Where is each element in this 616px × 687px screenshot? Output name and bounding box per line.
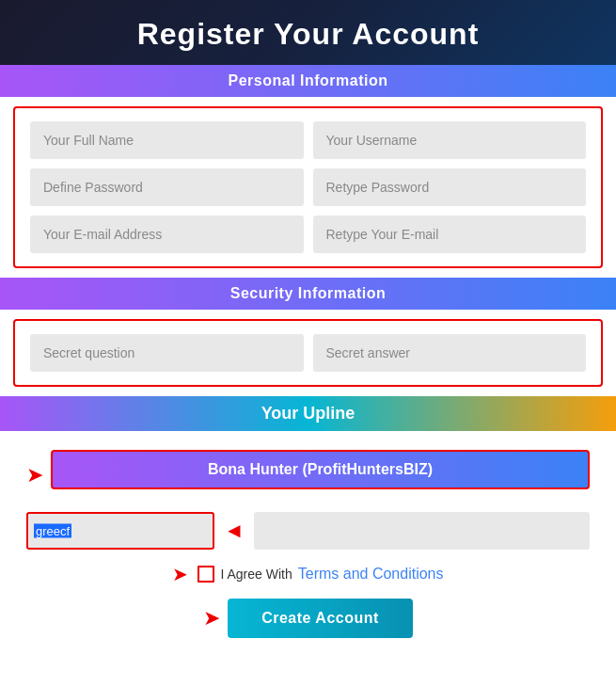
personal-info-section [13, 106, 603, 268]
password-field [30, 168, 304, 206]
retype-password-input[interactable] [313, 168, 587, 206]
secret-answer-input[interactable] [313, 334, 587, 372]
terms-checkbox-wrapper [197, 566, 214, 583]
secret-answer-field [313, 334, 587, 372]
referral-right-area [254, 512, 590, 550]
email-row [30, 216, 586, 253]
security-row [30, 334, 586, 372]
upline-name: Bona Hunter (ProfitHuntersBIZ) [208, 461, 433, 477]
password-input[interactable] [30, 168, 304, 206]
referral-arrow-icon: ◄ [224, 519, 245, 543]
referral-row: greecf ◄ [26, 512, 590, 550]
retype-email-field [313, 216, 587, 253]
upline-name-box: Bona Hunter (ProfitHuntersBIZ) [51, 450, 590, 489]
upline-section: ➤ Bona Hunter (ProfitHuntersBIZ) greecf … [13, 440, 603, 666]
terms-link[interactable]: Terms and Conditions [298, 566, 444, 583]
create-account-wrapper: ➤ Create Account [26, 599, 590, 638]
personal-info-bar: Personal Information [0, 65, 616, 97]
username-input[interactable] [313, 121, 587, 159]
retype-password-field [313, 168, 587, 206]
full-name-input[interactable] [30, 121, 304, 159]
referral-selected-text: greecf [34, 524, 71, 538]
terms-arrow-icon: ➤ [172, 563, 188, 585]
secret-question-input[interactable] [30, 334, 304, 372]
referral-input-wrapper: greecf [26, 512, 214, 550]
security-info-section [13, 319, 603, 387]
terms-row: ➤ I Agree With Terms and Conditions [26, 563, 590, 585]
upline-bar: Your Upline [0, 396, 616, 431]
security-info-bar: Security Information [0, 278, 616, 310]
terms-text: I Agree With [220, 567, 292, 582]
terms-checkbox[interactable] [197, 566, 214, 583]
email-input[interactable] [30, 216, 304, 253]
retype-email-input[interactable] [313, 216, 587, 253]
page-header: Register Your Account [0, 0, 616, 65]
email-field [30, 216, 304, 253]
create-arrow-icon: ➤ [203, 606, 220, 631]
password-row [30, 168, 586, 206]
name-username-row [30, 121, 586, 159]
upline-arrow-icon: ➤ [26, 463, 43, 487]
create-account-button[interactable]: Create Account [228, 599, 413, 638]
full-name-field [30, 121, 304, 159]
page-title: Register Your Account [19, 17, 597, 52]
username-field [313, 121, 587, 159]
secret-question-field [30, 334, 304, 372]
